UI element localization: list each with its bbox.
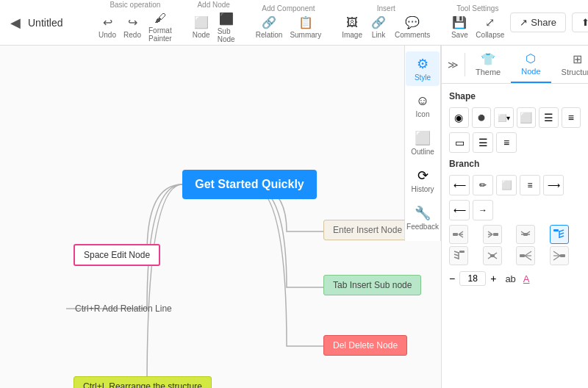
shape-list2[interactable]: ≡	[496, 132, 517, 153]
branch-menu-btn[interactable]: ≡	[520, 175, 540, 195]
shape-lines2[interactable]: ≡	[562, 107, 581, 128]
branch-layout-4[interactable]	[550, 225, 569, 244]
branch-layout-5[interactable]	[449, 246, 468, 265]
shape-circle[interactable]: ◉	[449, 107, 469, 128]
underline-a[interactable]: A	[523, 273, 530, 284]
node-tab-insert[interactable]: Tab Insert Sub node	[323, 275, 421, 295]
branch-layout-8[interactable]	[550, 246, 569, 265]
branch-left-btn[interactable]: ⟵	[449, 175, 470, 195]
export-icon: ⬆	[581, 17, 588, 28]
shape-dot[interactable]: ⚫	[472, 107, 492, 128]
panel-expand-button[interactable]: ≫	[442, 53, 465, 76]
branch-rect-btn[interactable]: ⬜	[496, 175, 517, 195]
branch-right-btn[interactable]: ⟶	[543, 175, 564, 195]
side-icon-feedback[interactable]: 🔧 Feedback	[406, 201, 440, 235]
collapse-button[interactable]: ⤢Collapse	[473, 14, 507, 40]
document-title[interactable]: Untitled	[25, 17, 84, 29]
basic-operation-items: ↩Undo ↪Redo 🖌Format Painter	[96, 10, 175, 44]
tool-settings-items: 💾Save ⤢Collapse	[448, 14, 507, 40]
add-node-items: ⬜Node ⬛Sub Node	[190, 10, 238, 45]
font-sample: ab	[505, 273, 515, 284]
toolbar-right: ↗ Share ⬆ Export	[510, 12, 588, 32]
panel-tab-bar: ≫ 👕 Theme ⬡ Node ⊞ Structure	[442, 46, 588, 84]
svg-rect-24	[459, 251, 465, 253]
side-icon-outline[interactable]: ⬜ Outline	[406, 126, 440, 160]
svg-line-18	[559, 236, 564, 237]
side-icons-panel: ⚙ Style ☺ Icon ⬜ Outline ⟳ History 🔧 Fee…	[404, 46, 441, 241]
format-painter-button[interactable]: 🖌Format Painter	[146, 10, 175, 44]
branch-layout-1[interactable]	[449, 225, 468, 244]
svg-rect-9	[493, 233, 498, 236]
tab-structure[interactable]: ⊞ Structure	[551, 46, 588, 82]
shape-row-2: ▭ ☰ ≡	[449, 132, 581, 153]
branch-layout-7[interactable]	[516, 246, 535, 265]
branch-pen-btn[interactable]: ✏	[473, 175, 493, 195]
svg-line-23	[454, 257, 459, 259]
share-button[interactable]: ↗ Share	[510, 12, 566, 32]
relation-button[interactable]: 🔗Relation	[253, 14, 286, 40]
svg-rect-29	[490, 254, 495, 257]
node-space-edit[interactable]: Space Edit Node	[74, 244, 160, 266]
image-button[interactable]: 🖼Image	[339, 15, 365, 40]
shape-list[interactable]: ☰	[473, 132, 493, 153]
add-node-group: Add Node ⬜Node ⬛Sub Node	[187, 1, 241, 45]
add-node-label: Add Node	[197, 1, 229, 9]
shape-rect-border[interactable]: ▭	[449, 132, 470, 153]
node-ctrl-l[interactable]: Ctrl+L Rearrange the structure	[74, 376, 212, 388]
branch-layout-6[interactable]	[483, 246, 502, 265]
undo-button[interactable]: ↩Undo	[96, 14, 119, 40]
theme-tab-label: Theme	[476, 68, 501, 76]
save-button[interactable]: 💾Save	[448, 14, 471, 40]
font-size-minus[interactable]: −	[449, 273, 455, 284]
shape-dropdown[interactable]: ⬜▾	[494, 107, 514, 128]
theme-tab-icon: 👕	[481, 52, 495, 66]
redo-button[interactable]: ↪Redo	[121, 14, 144, 40]
side-icon-icon[interactable]: ☺ Icon	[406, 89, 440, 123]
structure-tab-icon: ⊞	[573, 52, 582, 66]
node-tab-icon: ⬡	[526, 51, 536, 65]
svg-rect-14	[523, 233, 528, 236]
back-button[interactable]: ◀	[6, 15, 25, 31]
sub-node-button[interactable]: ⬛Sub Node	[215, 10, 238, 45]
canvas[interactable]: Get Started Quickly Enter Insert Node Sp…	[0, 46, 441, 388]
branch-controls-row: ⟵ ✏ ⬜ ≡ ⟶	[449, 175, 581, 195]
font-size-input[interactable]	[459, 271, 486, 286]
svg-line-37	[553, 256, 560, 260]
link-button[interactable]: 🔗Link	[367, 14, 390, 40]
branch-arrow2[interactable]: →	[473, 200, 493, 220]
comments-button[interactable]: 💬Comments	[392, 14, 433, 40]
structure-tab-label: Structure	[562, 68, 588, 76]
svg-rect-30	[520, 254, 525, 257]
shape-lines[interactable]: ☰	[539, 107, 559, 128]
font-size-plus[interactable]: +	[490, 273, 496, 284]
tab-theme[interactable]: 👕 Theme	[465, 46, 511, 82]
node-button[interactable]: ⬜Node	[190, 14, 213, 40]
shape-rect[interactable]: ⬜	[517, 107, 537, 128]
export-button[interactable]: ⬆ Export	[572, 12, 588, 32]
share-label: Share	[531, 17, 556, 28]
basic-operation-group: Basic operation ↩Undo ↪Redo 🖌Format Pain…	[93, 1, 178, 44]
tab-node[interactable]: ⬡ Node	[511, 46, 551, 83]
feedback-icon: 🔧	[415, 205, 431, 221]
side-icon-history[interactable]: ⟳ History	[406, 163, 440, 198]
svg-line-31	[525, 251, 531, 256]
history-icon: ⟳	[417, 168, 429, 184]
outline-icon: ⬜	[415, 130, 431, 146]
svg-rect-19	[553, 229, 559, 231]
shape-section-title: Shape	[449, 91, 581, 101]
branch-left2[interactable]: ⟵	[449, 200, 470, 220]
tool-settings-label: Tool Settings	[456, 4, 498, 12]
node-ctrl-r[interactable]: Ctrl+R Add Relation Line	[66, 299, 181, 318]
font-row: − + ab A	[449, 271, 581, 286]
summary-button[interactable]: 📋Summary	[287, 14, 324, 40]
node-del-delete[interactable]: Del Delete Node	[323, 335, 407, 356]
svg-line-22	[454, 254, 459, 256]
central-node[interactable]: Get Started Quickly	[182, 170, 317, 199]
insert-group: Insert 🖼Image 🔗Link 💬Comments	[336, 4, 436, 40]
node-enter-insert[interactable]: Enter Insert Node	[323, 220, 412, 240]
node-tab-label: Node	[521, 67, 540, 76]
branch-layout-3[interactable]	[516, 225, 535, 244]
branch-layout-2[interactable]	[483, 225, 502, 244]
icon-icon: ☺	[416, 93, 429, 109]
side-icon-style[interactable]: ⚙ Style	[406, 51, 440, 86]
